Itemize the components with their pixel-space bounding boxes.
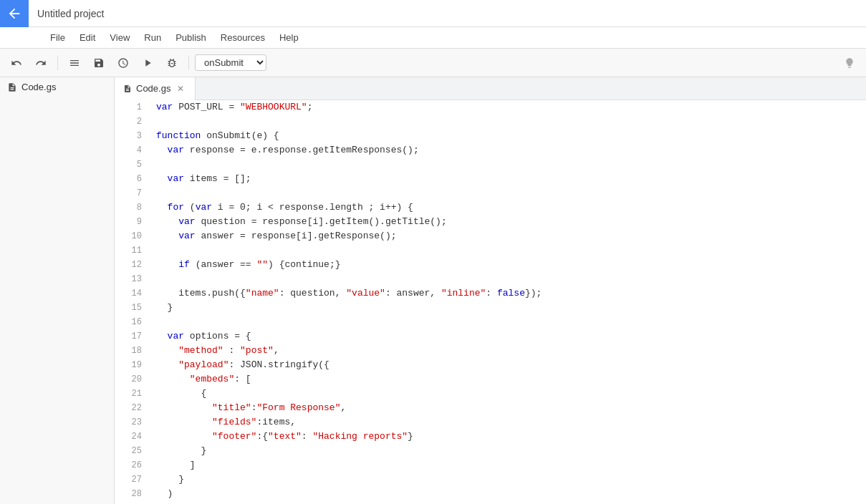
line-number: 10 <box>115 229 150 243</box>
table-row: 6 var items = []; <box>115 172 866 186</box>
line-code[interactable]: ) <box>150 487 866 501</box>
table-row: 4 var response = e.response.getItemRespo… <box>115 143 866 158</box>
toolbar-separator-2 <box>188 56 189 70</box>
line-code[interactable]: { <box>150 387 866 401</box>
line-code[interactable] <box>150 315 866 329</box>
line-code[interactable]: var options = { <box>150 329 866 344</box>
line-code[interactable]: "payload": JSON.stringify({ <box>150 358 866 372</box>
run-button[interactable] <box>137 52 158 74</box>
line-number: 22 <box>115 401 150 415</box>
table-row: 19 "payload": JSON.stringify({ <box>115 358 866 372</box>
line-number: 17 <box>115 329 150 344</box>
format-button[interactable] <box>64 52 85 74</box>
line-number: 3 <box>115 129 150 143</box>
menu-publish[interactable]: Publish <box>168 29 213 46</box>
line-code[interactable] <box>150 115 866 129</box>
line-number: 29 <box>115 501 150 504</box>
table-row: 22 "title":"Form Response", <box>115 401 866 415</box>
line-number: 5 <box>115 158 150 172</box>
line-code[interactable]: if (answer == "") {continue;} <box>150 258 866 272</box>
tab-code-gs[interactable]: Code.gs ✕ <box>115 77 196 100</box>
line-number: 18 <box>115 344 150 358</box>
lightbulb-button[interactable] <box>839 52 860 74</box>
line-code[interactable]: for (var i = 0; i < response.length ; i+… <box>150 200 866 215</box>
clock-button[interactable] <box>112 52 134 74</box>
tab-close-button[interactable]: ✕ <box>175 83 186 94</box>
main-content: Code.gs Code.gs ✕ 1 var POST_URL = "WEBH… <box>0 77 866 504</box>
title-bar: Untitled project <box>0 0 866 27</box>
line-number: 16 <box>115 315 150 329</box>
line-number: 9 <box>115 215 150 229</box>
line-code[interactable]: "method" : "post", <box>150 344 866 358</box>
table-row: 14 items.push({"name": question, "value"… <box>115 286 866 301</box>
line-code[interactable]: "title":"Form Response", <box>150 401 866 415</box>
table-row: 16 <box>115 315 866 329</box>
line-code[interactable]: } <box>150 472 866 487</box>
table-row: 10 var answer = response[i].getResponse(… <box>115 229 866 243</box>
menu-help[interactable]: Help <box>272 29 306 46</box>
line-code[interactable]: ] <box>150 458 866 472</box>
menu-view[interactable]: View <box>102 29 137 46</box>
tab-file-icon <box>123 84 132 93</box>
line-number: 19 <box>115 358 150 372</box>
line-number: 26 <box>115 458 150 472</box>
toolbar-separator-1 <box>57 56 58 70</box>
line-code[interactable]: "embeds": [ <box>150 372 866 387</box>
line-number: 7 <box>115 186 150 200</box>
line-code[interactable]: }; <box>150 501 866 504</box>
table-row: 24 "footer":{"text": "Hacking reports"} <box>115 430 866 444</box>
table-row: 17 var options = { <box>115 329 866 344</box>
sidebar-file-code-gs[interactable]: Code.gs <box>0 77 114 97</box>
line-number: 14 <box>115 286 150 301</box>
table-row: 15 } <box>115 301 866 315</box>
line-number: 21 <box>115 387 150 401</box>
line-code[interactable]: var question = response[i].getItem().get… <box>150 215 866 229</box>
code-table: 1 var POST_URL = "WEBHOOKURL"; 2 3 funct… <box>115 100 866 504</box>
menu-bar: File Edit View Run Publish Resources Hel… <box>0 27 866 49</box>
sidebar-file-name: Code.gs <box>21 82 56 92</box>
table-row: 29 }; <box>115 501 866 504</box>
menu-file[interactable]: File <box>43 29 72 46</box>
menu-edit[interactable]: Edit <box>72 29 102 46</box>
table-row: 21 { <box>115 387 866 401</box>
debug-button[interactable] <box>161 52 183 74</box>
code-editor[interactable]: 1 var POST_URL = "WEBHOOKURL"; 2 3 funct… <box>115 100 866 504</box>
line-number: 23 <box>115 415 150 430</box>
line-code[interactable] <box>150 272 866 286</box>
line-code[interactable]: "fields":items, <box>150 415 866 430</box>
table-row: 8 for (var i = 0; i < response.length ; … <box>115 200 866 215</box>
table-row: 12 if (answer == "") {continue;} <box>115 258 866 272</box>
table-row: 9 var question = response[i].getItem().g… <box>115 215 866 229</box>
line-number: 24 <box>115 430 150 444</box>
tab-name: Code.gs <box>136 83 170 94</box>
undo-button[interactable] <box>6 52 27 74</box>
save-button[interactable] <box>88 52 110 74</box>
line-code[interactable] <box>150 243 866 258</box>
redo-button[interactable] <box>30 52 52 74</box>
function-selector[interactable]: onSubmit <box>195 54 266 71</box>
line-number: 1 <box>115 100 150 115</box>
project-title: Untitled project <box>37 8 104 19</box>
line-number: 4 <box>115 143 150 158</box>
line-code[interactable]: var answer = response[i].getResponse(); <box>150 229 866 243</box>
toolbar: onSubmit <box>0 49 866 77</box>
line-number: 13 <box>115 272 150 286</box>
line-code[interactable]: } <box>150 444 866 458</box>
line-code[interactable]: var items = []; <box>150 172 866 186</box>
line-code[interactable]: var response = e.response.getItemRespons… <box>150 143 866 158</box>
table-row: 23 "fields":items, <box>115 415 866 430</box>
table-row: 13 <box>115 272 866 286</box>
line-code[interactable]: function onSubmit(e) { <box>150 129 866 143</box>
line-code[interactable]: "footer":{"text": "Hacking reports"} <box>150 430 866 444</box>
line-number: 11 <box>115 243 150 258</box>
table-row: 28 ) <box>115 487 866 501</box>
menu-resources[interactable]: Resources <box>213 29 272 46</box>
line-code[interactable] <box>150 186 866 200</box>
line-code[interactable]: } <box>150 301 866 315</box>
line-code[interactable] <box>150 158 866 172</box>
menu-run[interactable]: Run <box>137 29 168 46</box>
line-code[interactable]: items.push({"name": question, "value": a… <box>150 286 866 301</box>
line-code[interactable]: var POST_URL = "WEBHOOKURL"; <box>150 100 866 115</box>
table-row: 2 <box>115 115 866 129</box>
table-row: 5 <box>115 158 866 172</box>
